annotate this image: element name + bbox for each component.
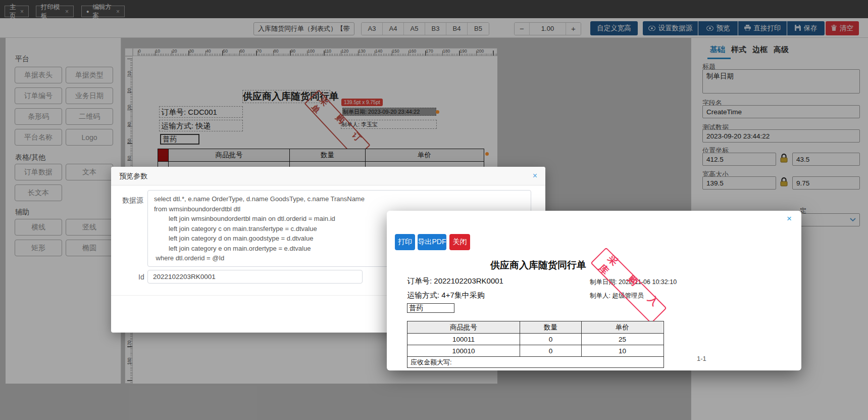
datasource-label: 数据源 [122, 196, 143, 205]
table-cell: 0 [520, 345, 582, 356]
preview-drug-type-box: 普药 [407, 303, 454, 313]
close-icon[interactable]: × [533, 171, 537, 180]
preview-table-header-row: 商品批号 数量 单价 [407, 321, 663, 334]
table-cell: 100011 [407, 334, 520, 345]
print-button[interactable]: 打印 [395, 234, 415, 250]
export-pdf-button[interactable]: 导出PDF [418, 234, 446, 250]
preview-table-header: 商品批号 [407, 321, 520, 333]
preview-table-header: 单价 [582, 321, 663, 333]
dialog-title: 预览参数 [119, 172, 147, 181]
table-row: 100010 0 10 [407, 345, 663, 357]
id-label: Id [138, 273, 144, 281]
preview-doc-title: 供应商入库随货同行单 [395, 259, 682, 272]
preview-table-header: 数量 [520, 321, 582, 333]
table-row: 100011 0 25 [407, 334, 663, 345]
dialog-header: 预览参数 × [111, 167, 545, 185]
preview-order-no: 订单号: 2022102203RK0001 [407, 276, 503, 286]
preview-transport: 运输方式: 4+7集中采购 [407, 291, 485, 300]
preview-table-amount-row: 应收金额大写: [407, 357, 663, 367]
close-button[interactable]: 关闭 [449, 234, 470, 250]
preview-table: 商品批号 数量 单价 100011 0 25 100010 0 10 应收金额大… [407, 321, 664, 368]
close-icon[interactable]: × [787, 214, 792, 224]
table-cell: 100010 [407, 345, 520, 356]
print-preview-dialog: × 打印 导出PDF 关闭 供应商入库随货同行单 订单号: 2022102203… [387, 211, 801, 370]
table-cell: 10 [582, 345, 663, 356]
id-input[interactable] [147, 270, 363, 284]
table-cell: 0 [520, 334, 582, 345]
table-cell: 25 [582, 334, 663, 345]
page-number: 1-1 [697, 355, 706, 362]
app-window: 主页 × 打印模板 × ● 编辑方案 × 入库随货同行单（列表式）【带 A3 A… [0, 0, 868, 420]
